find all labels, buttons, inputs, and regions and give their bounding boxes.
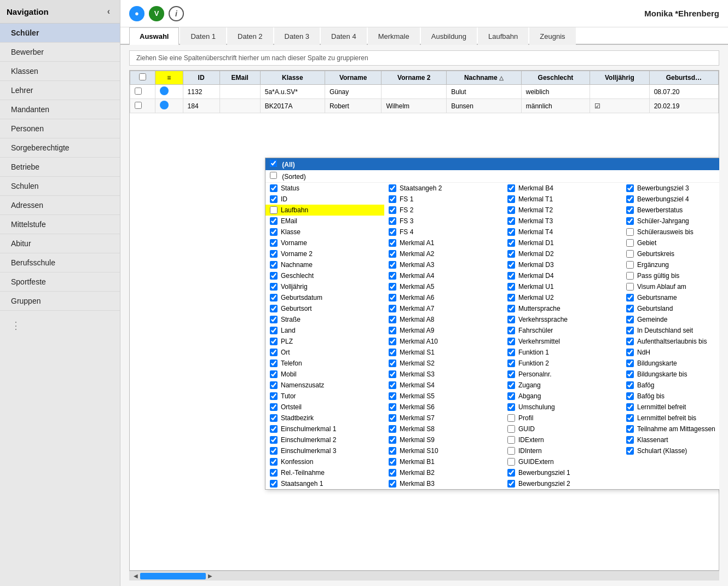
chooser-item[interactable]: Umschulung [503,402,622,413]
chooser-item[interactable]: Bildungskarte [622,358,719,369]
cell-0[interactable] [130,99,155,113]
col-checkbox[interactable] [270,338,278,345]
chooser-item[interactable]: Merkmal A7 [384,303,503,314]
chooser-item[interactable]: Aufenthaltserlaubnis bis [622,336,719,347]
sidebar-item-klassen[interactable]: Klassen [0,62,120,81]
chooser-item[interactable]: Bewerberstatus [622,205,719,216]
col-checkbox[interactable] [270,305,278,312]
col-checkbox[interactable] [389,239,396,247]
col-checkbox[interactable] [507,469,515,477]
col-checkbox[interactable] [270,272,278,280]
chooser-item[interactable]: GUID [503,423,622,434]
col-checkbox[interactable] [626,414,634,422]
col-checkbox[interactable] [507,370,515,378]
col-checkbox[interactable] [507,436,515,444]
scroll-thumb[interactable] [140,573,206,579]
all-checkbox[interactable] [270,160,277,167]
col-checkbox[interactable] [626,316,634,323]
col-checkbox[interactable] [270,381,278,389]
col-checkbox[interactable] [626,272,634,280]
chooser-item[interactable]: Bewerbungsziel 2 [503,478,622,489]
table-row[interactable]: 184BK2017ARobertWilhelmBunsenmännlich☑20… [130,99,719,113]
col-checkbox[interactable] [626,359,634,367]
col-checkbox[interactable] [626,381,634,389]
topbar-icon-blue[interactable]: ● [129,6,145,21]
chooser-item[interactable]: Bewerbungsziel 3 [622,183,719,194]
chooser-item[interactable]: Staatsangeh 2 [384,183,503,194]
chooser-item[interactable]: Pass gültig bis [622,270,719,281]
chooser-item[interactable]: Klasse [265,227,384,237]
col-checkbox[interactable] [270,458,278,466]
tab-laufbahn[interactable]: Laufbahn [478,27,528,45]
col-checkbox[interactable] [626,392,634,400]
col-checkbox[interactable] [389,349,396,356]
col-checkbox[interactable] [626,370,634,378]
chooser-item[interactable]: Merkmal B1 [384,456,503,467]
chooser-item[interactable]: Merkmal B3 [384,478,503,489]
col-header-8[interactable]: Geschlecht [521,71,590,85]
chooser-item[interactable]: Bildungskarte bis [622,369,719,380]
col-checkbox[interactable] [270,261,278,269]
chooser-item[interactable]: Merkmal D1 [503,237,622,248]
col-checkbox[interactable] [626,206,634,214]
col-checkbox[interactable] [270,447,278,455]
chooser-item[interactable]: Ort [265,347,384,358]
col-checkbox[interactable] [389,206,396,214]
chooser-item[interactable]: Merkmal A5 [384,281,503,292]
col-checkbox[interactable] [270,206,278,214]
chooser-item[interactable]: Merkmal S10 [384,445,503,456]
chooser-item[interactable]: FS 2 [384,205,503,216]
chooser-item[interactable]: Fahrschüler [503,325,622,336]
sidebar-item-schulen[interactable]: Schulen [0,177,120,196]
chooser-item[interactable]: Merkmal B4 [503,183,622,194]
chooser-item[interactable]: Teilnahme am Mittagessen [622,423,719,434]
chooser-item[interactable]: Merkmal S9 [384,434,503,445]
col-checkbox[interactable] [626,425,634,433]
sidebar-item-berufsschule[interactable]: Berufsschule [0,253,120,272]
col-checkbox[interactable] [389,316,396,323]
col-checkbox[interactable] [507,403,515,411]
cell-1[interactable] [155,99,183,113]
col-checkbox[interactable] [507,195,515,203]
chooser-item[interactable]: Zugang [503,380,622,391]
col-header-3[interactable]: EMail [219,71,260,85]
chooser-item[interactable] [622,456,719,467]
chooser-item[interactable]: Visum Ablauf am [622,281,719,292]
col-checkbox[interactable] [507,206,515,214]
col-checkbox[interactable] [507,327,515,334]
chooser-item[interactable]: Verkehrsmittel [503,336,622,347]
chooser-item[interactable]: Merkmal S5 [384,391,503,402]
col-checkbox[interactable] [389,283,396,291]
row-checkbox[interactable] [135,88,142,95]
chooser-item[interactable]: Merkmal S6 [384,402,503,413]
sidebar-item-sorgeberechtigte[interactable]: Sorgeberechtigte [0,138,120,158]
col-checkbox[interactable] [389,458,396,466]
chooser-item[interactable]: Gebiet [622,237,719,248]
tab-ausbildung[interactable]: Ausbildung [421,27,477,45]
chooser-item[interactable]: Geburtsname [622,292,719,303]
col-checkbox[interactable] [626,261,634,269]
col-checkbox[interactable] [389,436,396,444]
col-checkbox[interactable] [270,327,278,334]
col-checkbox[interactable] [626,283,634,291]
chooser-item[interactable]: Geburtsort [265,303,384,314]
col-checkbox[interactable] [626,250,634,258]
col-checkbox[interactable] [507,250,515,258]
chooser-item[interactable]: Status [265,183,384,194]
chooser-item[interactable]: Funktion 1 [503,347,622,358]
chooser-item[interactable]: Merkmal D3 [503,259,622,270]
col-checkbox[interactable] [270,403,278,411]
tab-merkmale[interactable]: Merkmale [368,27,420,45]
scroll-left-btn[interactable]: ◀ [131,573,140,579]
chooser-all-row[interactable]: (All) [265,158,719,170]
col-checkbox[interactable] [270,480,278,488]
chooser-item[interactable]: Vorname [265,237,384,248]
col-checkbox[interactable] [270,349,278,356]
col-checkbox[interactable] [507,359,515,367]
chooser-item[interactable]: IDIntern [503,445,622,456]
col-checkbox[interactable] [270,359,278,367]
chooser-item[interactable]: Profil [503,413,622,423]
chooser-item[interactable]: Merkmal S8 [384,423,503,434]
col-header-6[interactable]: Vorname 2 [382,71,447,85]
col-checkbox[interactable] [507,447,515,455]
